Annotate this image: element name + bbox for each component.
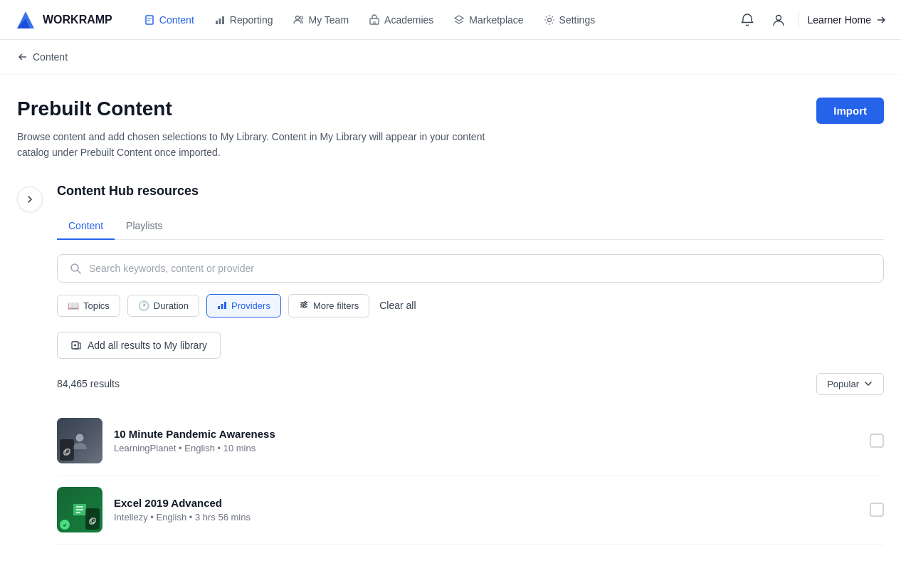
- svg-rect-7: [222, 16, 224, 24]
- filter-topics-button[interactable]: 📖 Topics: [57, 295, 120, 317]
- sliders-icon: [299, 300, 309, 312]
- nav-item-marketplace[interactable]: Marketplace: [445, 10, 532, 30]
- file-icon: [144, 14, 155, 26]
- chevron-down-icon: [863, 379, 873, 389]
- nav-label-settings: Settings: [559, 14, 596, 26]
- page-header: Prebuilt Content Browse content and add …: [17, 98, 884, 161]
- providers-icon: [217, 300, 227, 312]
- filter-providers-label: Providers: [231, 300, 270, 311]
- user-avatar-button[interactable]: [767, 9, 790, 31]
- results-count: 84,465 results: [57, 378, 120, 389]
- search-input[interactable]: [89, 263, 872, 274]
- content-duration-2: 3 hrs 56 mins: [195, 512, 251, 523]
- list-item: 10 Minute Pandemic Awareness LearningPla…: [57, 406, 884, 476]
- navbar: WORKRAMP Content Reporting My Team Acade…: [0, 0, 901, 40]
- thumbnail-image-2: [57, 487, 102, 532]
- svg-rect-6: [218, 19, 221, 24]
- results-bar: 84,465 results Popular: [57, 373, 884, 395]
- page-content: Prebuilt Content Browse content and add …: [0, 75, 901, 562]
- layers-icon: [453, 14, 465, 26]
- learner-home-button[interactable]: Learner Home: [808, 14, 887, 26]
- svg-rect-5: [216, 21, 218, 24]
- copy-icon: [63, 448, 70, 456]
- import-button[interactable]: Import: [816, 98, 884, 124]
- svg-point-13: [776, 15, 781, 20]
- filter-topics-label: Topics: [83, 300, 110, 311]
- content-checkbox-1[interactable]: [870, 434, 884, 448]
- clock-icon: 🕐: [138, 300, 149, 311]
- list-item: Excel 2019 Advanced Intellezy • English …: [57, 476, 884, 545]
- bell-icon: [740, 13, 754, 27]
- content-info-2: Excel 2019 Advanced Intellezy • English …: [114, 497, 858, 523]
- building-icon: [369, 14, 380, 26]
- filter-more-button[interactable]: More filters: [288, 294, 369, 317]
- content-checkbox-2[interactable]: [870, 503, 884, 517]
- content-info-1: 10 Minute Pandemic Awareness LearningPla…: [114, 428, 858, 453]
- sidebar-toggle-button[interactable]: [17, 187, 43, 212]
- nav-right: Learner Home: [736, 9, 887, 31]
- svg-rect-28: [65, 449, 70, 453]
- content-list: 10 Minute Pandemic Awareness LearningPla…: [57, 406, 884, 545]
- nav-label-academies: Academies: [384, 14, 433, 26]
- svg-rect-17: [224, 302, 226, 309]
- nav-label-marketplace: Marketplace: [469, 14, 523, 26]
- content-meta-1: LearningPlanet • English • 10 mins: [114, 443, 858, 453]
- content-thumbnail-1: [57, 418, 102, 463]
- thumbnail-image-1: [57, 418, 102, 463]
- filter-more-label: More filters: [313, 300, 359, 311]
- svg-rect-2: [146, 16, 153, 24]
- learner-home-label: Learner Home: [808, 14, 872, 26]
- hub-main: Content Hub resources Content Playlists …: [57, 184, 884, 545]
- people-icon: [293, 14, 305, 26]
- add-library-label: Add all results to My library: [88, 340, 207, 351]
- content-hub-section: Content Hub resources Content Playlists …: [17, 184, 884, 545]
- clear-all-button[interactable]: Clear all: [376, 295, 418, 316]
- copy-icon-2: [89, 518, 96, 525]
- gear-icon: [544, 14, 555, 26]
- tab-content[interactable]: Content: [57, 213, 115, 240]
- sort-dropdown[interactable]: Popular: [816, 373, 884, 395]
- svg-rect-15: [218, 306, 220, 309]
- svg-point-9: [300, 16, 302, 19]
- svg-point-12: [547, 18, 551, 21]
- content-title-2: Excel 2019 Advanced: [114, 497, 858, 509]
- content-thumbnail-2: [57, 487, 102, 532]
- nav-item-myteam[interactable]: My Team: [285, 10, 358, 30]
- add-all-to-library-button[interactable]: Add all results to My library: [57, 332, 221, 359]
- search-bar: [57, 254, 884, 283]
- svg-point-8: [295, 16, 299, 19]
- chart-icon: [214, 14, 226, 26]
- content-language-1: English: [184, 443, 215, 453]
- nav-divider: [799, 11, 799, 28]
- notifications-bell[interactable]: [736, 9, 759, 31]
- content-meta-2: Intellezy • English • 3 hrs 56 mins: [114, 512, 858, 523]
- svg-rect-11: [373, 21, 376, 24]
- nav-item-reporting[interactable]: Reporting: [206, 10, 282, 30]
- svg-rect-34: [91, 518, 95, 523]
- logo-area[interactable]: WORKRAMP: [14, 9, 112, 31]
- nav-item-settings[interactable]: Settings: [535, 10, 604, 30]
- add-library-icon: [70, 340, 82, 351]
- svg-point-22: [301, 303, 303, 305]
- hub-title: Content Hub resources: [57, 184, 884, 199]
- filter-providers-button[interactable]: Providers: [206, 294, 281, 317]
- nav-label-content: Content: [159, 14, 194, 26]
- tab-playlists[interactable]: Playlists: [115, 213, 174, 240]
- topics-icon: 📖: [68, 300, 79, 311]
- search-icon: [69, 262, 82, 275]
- nav-item-content[interactable]: Content: [135, 10, 203, 30]
- svg-rect-16: [221, 304, 223, 309]
- user-icon: [771, 13, 786, 27]
- svg-point-21: [304, 301, 306, 303]
- page-title: Prebuilt Content: [17, 98, 501, 120]
- content-title-1: 10 Minute Pandemic Awareness: [114, 428, 858, 440]
- breadcrumb: Content: [0, 40, 901, 75]
- page-description: Browse content and add chosen selections…: [17, 129, 501, 161]
- content-provider-2: Intellezy: [114, 512, 148, 523]
- filter-duration-button[interactable]: 🕐 Duration: [127, 295, 199, 317]
- nav-item-academies[interactable]: Academies: [360, 10, 442, 30]
- content-language-2: English: [157, 512, 187, 523]
- sort-label: Popular: [827, 379, 859, 389]
- filter-duration-label: Duration: [154, 300, 189, 311]
- breadcrumb-back-link[interactable]: Content: [17, 51, 68, 63]
